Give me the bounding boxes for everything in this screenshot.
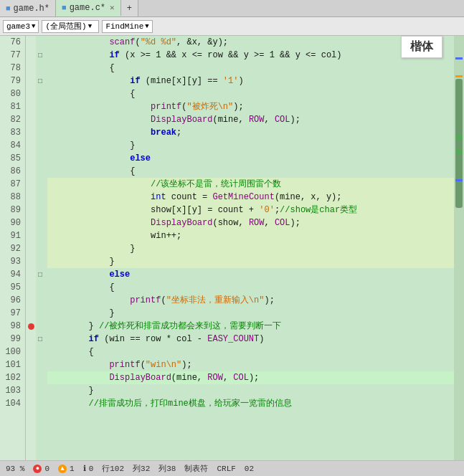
find-dropdown[interactable]: FindMine ▼	[102, 20, 152, 33]
scope-dropdown[interactable]: (全局范围) ▼	[42, 20, 99, 33]
code-line-95: {	[47, 281, 454, 294]
breakpoint-100[interactable]	[26, 346, 36, 358]
breakpoint-91[interactable]	[26, 229, 36, 242]
code-line-96: printf("坐标非法，重新输入\n");	[47, 294, 454, 307]
line-number-81: 81	[0, 100, 25, 113]
message-icon: ℹ	[83, 464, 86, 473]
selection-label: 列38	[158, 463, 176, 474]
collapse-97	[36, 307, 44, 320]
line-number-102: 102	[0, 371, 25, 384]
code-line-99: if (win == row * col - EASY_COUNT)	[47, 333, 454, 346]
bits-status: 02	[245, 465, 254, 473]
location-dropdown-arrow: ▼	[32, 23, 35, 30]
tab-bar: ■ game.h* ■ game.c* ✕ + 楷体	[0, 0, 464, 17]
breakpoint-101[interactable]	[26, 358, 36, 371]
code-line-100: {	[47, 346, 454, 358]
breakpoint-88[interactable]	[26, 191, 36, 204]
tab-game-c[interactable]: ■ game.c* ✕	[56, 0, 121, 16]
breakpoint-85[interactable]	[26, 152, 36, 165]
collapse-79[interactable]: □	[36, 75, 44, 87]
line-number-93: 93	[0, 255, 25, 268]
zoom-label: 93 %	[6, 465, 24, 473]
encoding-status: CRLF	[217, 465, 235, 473]
collapse-94[interactable]: □	[36, 268, 44, 281]
collapse-80	[36, 87, 44, 100]
line-number-86: 86	[0, 165, 25, 178]
breakpoint-98[interactable]	[26, 320, 36, 333]
breakpoint-80[interactable]	[26, 87, 36, 100]
breakpoint-86[interactable]	[26, 165, 36, 178]
breakpoint-94[interactable]	[26, 268, 36, 281]
breakpoint-83[interactable]	[26, 126, 36, 139]
code-line-79: if (mine[x][y] == '1')	[47, 75, 454, 87]
line-number-76: 76	[0, 36, 25, 49]
collapse-margin: □□□□	[36, 36, 44, 460]
breakpoint-84[interactable]	[26, 139, 36, 152]
line-numbers: 7677787980818283848586878889909192939495…	[0, 36, 26, 460]
collapse-84	[36, 139, 44, 152]
scope-dropdown-arrow: ▼	[88, 23, 92, 30]
code-line-87: //该坐标不是雷，统计周围雷个数	[47, 178, 454, 191]
breakpoint-102[interactable]	[26, 371, 36, 384]
code-line-86: {	[47, 165, 454, 178]
breakpoint-82[interactable]	[26, 113, 36, 126]
warning-icon: ▲	[58, 465, 67, 473]
find-dropdown-arrow: ▼	[145, 23, 148, 30]
breakpoint-97[interactable]	[26, 307, 36, 320]
collapse-103	[36, 384, 44, 397]
breakpoint-93[interactable]	[26, 255, 36, 268]
breakpoint-81[interactable]	[26, 100, 36, 113]
collapse-88	[36, 191, 44, 204]
scroll-mark-green2	[455, 151, 463, 153]
breakpoint-89[interactable]	[26, 204, 36, 216]
bits-label: 02	[245, 465, 254, 473]
breakpoint-96[interactable]	[26, 294, 36, 307]
line-number-95: 95	[0, 281, 25, 294]
scroll-mark-orange	[455, 75, 463, 77]
line-number-88: 88	[0, 191, 25, 204]
collapse-95	[36, 281, 44, 294]
collapse-104	[36, 397, 44, 410]
line-number-83: 83	[0, 126, 25, 139]
code-line-104: //排雷成功后，打印mine棋盘，给玩家一览雷的信息	[47, 397, 454, 410]
breakpoint-104[interactable]	[26, 397, 36, 410]
collapse-77[interactable]: □	[36, 49, 44, 62]
line-number-79: 79	[0, 75, 25, 87]
scroll-thumb[interactable]	[455, 79, 463, 208]
code-line-101: printf("win\n");	[47, 358, 454, 371]
tab-game-h[interactable]: ■ game.h*	[0, 0, 56, 16]
breakpoint-78[interactable]	[26, 62, 36, 75]
collapse-89	[36, 204, 44, 216]
line-number-89: 89	[0, 204, 25, 216]
scope-dropdown-label: (全局范围)	[45, 21, 86, 32]
line-number-87: 87	[0, 178, 25, 191]
c-file-icon: ■	[62, 4, 67, 12]
breakpoint-87[interactable]	[26, 178, 36, 191]
message-count: 0	[89, 465, 94, 473]
tab-close-icon[interactable]: ✕	[110, 3, 115, 12]
location-dropdown[interactable]: game3 ▼	[3, 20, 39, 33]
line-number-84: 84	[0, 139, 25, 152]
collapse-92	[36, 242, 44, 255]
breakpoint-99[interactable]	[26, 333, 36, 346]
error-status: ● 0	[33, 465, 49, 473]
editor-window: ■ game.h* ■ game.c* ✕ + 楷体 game3 ▼ (全局范围…	[0, 0, 464, 476]
collapse-81	[36, 100, 44, 113]
code-content: scanf("%d %d", &x, &y); if (x >= 1 && x …	[44, 36, 454, 460]
breakpoint-79[interactable]	[26, 75, 36, 87]
scroll-mark-blue	[455, 57, 463, 60]
breakpoint-76[interactable]	[26, 36, 36, 49]
breakpoint-77[interactable]	[26, 49, 36, 62]
collapse-86	[36, 165, 44, 178]
collapse-78	[36, 62, 44, 75]
breakpoint-95[interactable]	[26, 281, 36, 294]
scrollbar[interactable]	[454, 36, 464, 460]
breakpoint-90[interactable]	[26, 216, 36, 229]
breakpoint-103[interactable]	[26, 384, 36, 397]
line-number-92: 92	[0, 242, 25, 255]
collapse-99[interactable]: □	[36, 333, 44, 346]
collapse-98	[36, 320, 44, 333]
line-number-99: 99	[0, 333, 25, 346]
tab-add[interactable]: +	[121, 0, 138, 16]
breakpoint-92[interactable]	[26, 242, 36, 255]
